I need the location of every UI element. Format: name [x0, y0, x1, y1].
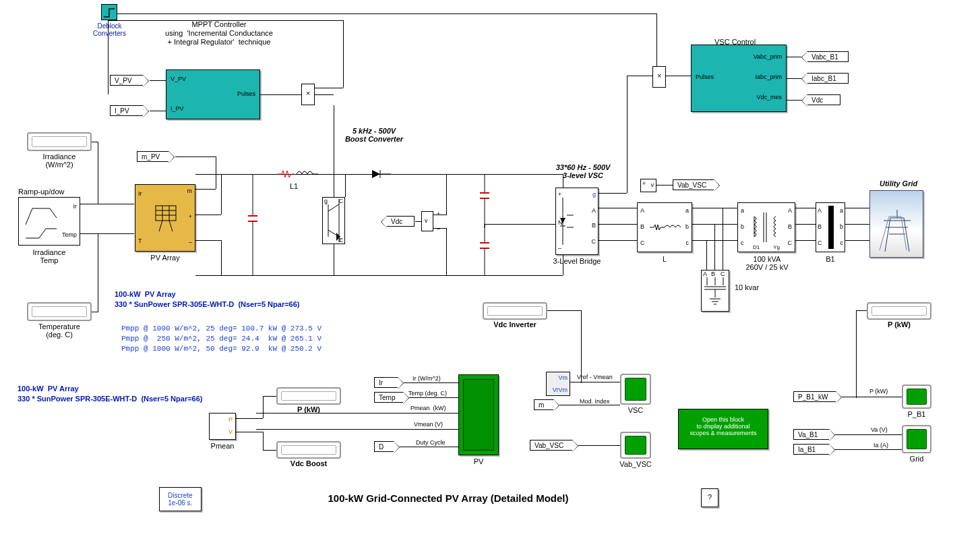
- transformer-label: 100 kVA 260V / 25 kV: [733, 255, 801, 271]
- vm-vrvm-block[interactable]: Vm VrVm: [546, 372, 570, 396]
- svg-rect-0: [156, 206, 176, 221]
- p-b1-scope[interactable]: [902, 385, 931, 409]
- three-level-bridge[interactable]: g A B C + N –: [555, 188, 599, 255]
- capacitor-dc1: [480, 174, 489, 228]
- display-vdc-inverter-label: Vdc Inverter: [483, 320, 547, 329]
- inductor-l1: [278, 168, 318, 180]
- vsc-scope[interactable]: [620, 374, 651, 405]
- pv-array-block[interactable]: Ir T m + –: [135, 184, 195, 252]
- tag-va-b1[interactable]: Va_B1: [793, 429, 830, 440]
- pv-info-l3: Pmpp @ 1000 W/m^2, 50 deg= 92.9 kW @ 250…: [121, 344, 321, 353]
- mppt-in-ipv: I_PV: [171, 105, 184, 112]
- pv-scope-label: PV: [458, 457, 499, 465]
- vsc-sig2: Mod. Index: [580, 398, 610, 405]
- pv-sig4: Vmean (V): [414, 421, 443, 428]
- grid-sig-ia: Ia (A): [874, 442, 888, 449]
- transformer-block[interactable]: a b c A B C D1 Yg: [737, 202, 795, 252]
- tag-vabc-b1[interactable]: Vabc_B1: [807, 51, 849, 62]
- vmeter-block[interactable]: v: [421, 211, 433, 231]
- pv-port-plus: +: [189, 213, 192, 220]
- source-block[interactable]: Ir Temp: [18, 197, 80, 246]
- bus-b1[interactable]: A B C a b c: [816, 202, 845, 252]
- multiply-icon: ×: [306, 89, 310, 97]
- p-b1-scope-label: P_B1: [900, 410, 933, 418]
- pv-array-label: PV Array: [135, 254, 195, 262]
- display-vdc-inverter[interactable]: [483, 302, 547, 320]
- powergui-block[interactable]: Discrete 1e-06 s.: [159, 487, 202, 511]
- three-level-bridge-label: 3-Level Bridge: [546, 257, 608, 265]
- tag-vab-vsc2[interactable]: Vab_VSC: [530, 440, 573, 451]
- pv-port-t: T: [138, 237, 142, 244]
- vsc-sig1: Vref - Vmean: [577, 374, 613, 380]
- step-block[interactable]: [101, 4, 117, 20]
- mppt-title: MPPT Controller using 'Incremental Condu…: [148, 20, 290, 47]
- pv-sig3: Pmean (kW): [410, 405, 446, 411]
- igbt-block[interactable]: g C E: [322, 197, 345, 244]
- capacitor-dc2: [480, 224, 489, 278]
- cap-bank-block[interactable]: A B C: [701, 270, 729, 312]
- irradiance-display[interactable]: [27, 132, 92, 151]
- vmeter-minus: –: [437, 225, 440, 232]
- tag-d[interactable]: D: [374, 441, 394, 452]
- help-block[interactable]: ?: [701, 488, 718, 507]
- open-info-block[interactable]: Open this block to display additional sc…: [678, 409, 768, 449]
- capacitor-input: [248, 174, 257, 275]
- l-filter-label: L: [637, 255, 692, 263]
- diode-boost: [371, 169, 391, 179]
- mppt-controller-block[interactable]: V_PV I_PV Pulses: [166, 69, 260, 119]
- vmeter-vab[interactable]: + v: [640, 179, 656, 192]
- display-vdc-boost[interactable]: [276, 441, 341, 459]
- pv-info2-h1: 100-kW PV Array: [18, 385, 79, 393]
- source-title: Ramp-up/dow: [18, 188, 64, 196]
- svg-line-5: [159, 221, 162, 231]
- display-pkw2[interactable]: [867, 302, 931, 320]
- multiply-block-2[interactable]: ×: [652, 66, 666, 88]
- tag-vdc[interactable]: Vdc: [386, 216, 415, 227]
- multiply-block-1[interactable]: ×: [301, 84, 315, 105]
- mppt-out-pulses: Pulses: [237, 90, 255, 97]
- tag-mpv[interactable]: m_PV: [137, 151, 169, 162]
- pmean-block[interactable]: P V: [209, 413, 236, 440]
- l-filter-block[interactable]: A B C a b c: [637, 202, 692, 252]
- bus-b1-label: B1: [816, 255, 845, 263]
- temperature-display[interactable]: [27, 302, 92, 321]
- pv-port-m: m: [187, 188, 193, 194]
- vmeter-plus: +: [437, 210, 440, 217]
- l1-label: L1: [290, 182, 298, 190]
- tag-vpv[interactable]: V_PV: [110, 75, 144, 86]
- cap-bank-label: 10 kvar: [735, 283, 759, 291]
- pv-port-ir: Ir: [138, 190, 142, 197]
- tag-temp[interactable]: Temp: [374, 392, 404, 403]
- pv-info-h1: 100-kW PV Array: [115, 290, 176, 298]
- vab-vsc-scope[interactable]: [620, 432, 651, 459]
- utility-grid-block[interactable]: [869, 190, 923, 258]
- source-port-temp: Temp: [62, 231, 77, 238]
- grid-scope[interactable]: [902, 425, 931, 453]
- tag-m[interactable]: m: [534, 399, 554, 410]
- vsc-scope-label: VSC: [620, 406, 651, 414]
- tag-vdc2[interactable]: Vdc: [807, 94, 840, 105]
- pv-info-h2: 330 * SunPower SPR-305E-WHT-D (Nser=5 Np…: [115, 300, 299, 308]
- tag-ia-b1[interactable]: Ia_B1: [793, 444, 830, 455]
- boost-label: 5 kHz - 500V Boost Converter: [324, 127, 425, 143]
- temperature-display-label: Temperature (deg. C): [27, 322, 92, 339]
- pv-sig5: Duty Cycle: [416, 439, 446, 446]
- svg-line-6: [169, 221, 173, 231]
- grid-sig-va: Va (V): [871, 426, 888, 433]
- vsc-control-block[interactable]: Pulses Vabc_prim Iabc_prim Vdc_mes: [691, 45, 787, 112]
- pv-info-l2: Pmpp @ 250 W/m^2, 25 deg= 24.4 kW @ 265.…: [121, 334, 321, 343]
- tag-ir[interactable]: Ir: [374, 377, 398, 388]
- pv-scope[interactable]: [458, 374, 499, 455]
- display-vdc-boost-label: Vdc Boost: [276, 459, 341, 467]
- mppt-in-vpv: V_PV: [171, 76, 186, 82]
- tag-p-b1-kw[interactable]: P_B1_kW: [793, 391, 836, 402]
- tag-ipv[interactable]: I_PV: [110, 105, 144, 116]
- source-port-ir: Ir: [73, 203, 78, 210]
- tag-vab-vsc[interactable]: Vab_VSC: [673, 179, 714, 190]
- display-pkw[interactable]: [276, 387, 341, 405]
- vsc-control-label: VSC Control: [714, 38, 756, 46]
- deblock-converters-label: Deblock Converters: [84, 22, 135, 37]
- vsc-hdr: 33*60 Hz - 500V 3-level VSC: [532, 163, 634, 179]
- tag-iabc-b1[interactable]: Iabc_B1: [807, 73, 849, 84]
- utility-grid-label: Utility Grid: [880, 179, 917, 188]
